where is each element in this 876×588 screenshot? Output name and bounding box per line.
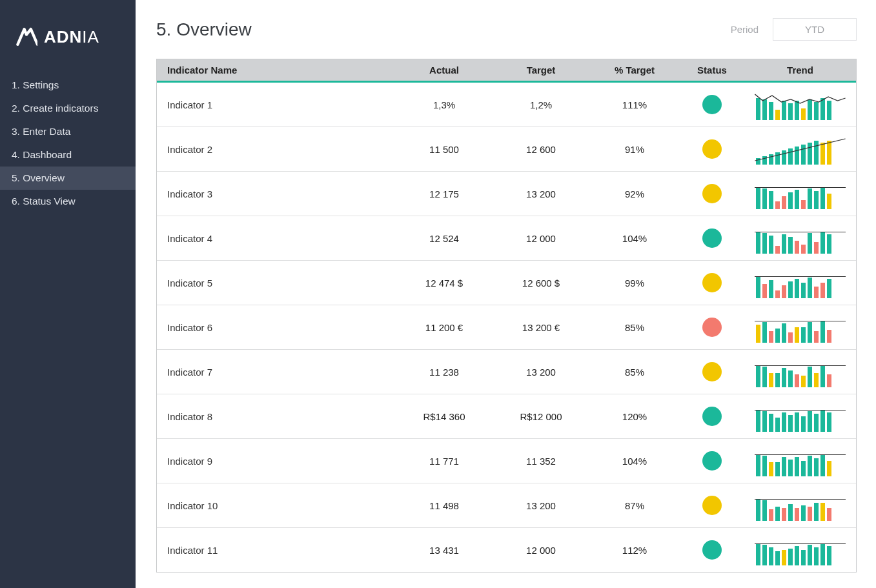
status-dot — [702, 184, 722, 203]
spark-bar — [795, 190, 799, 209]
period-select[interactable]: YTD — [773, 18, 857, 41]
spark-bar — [820, 283, 825, 298]
spark-bar — [820, 543, 825, 565]
spark-bar — [775, 290, 780, 298]
status-dot — [702, 273, 722, 292]
spark-trendline — [755, 187, 846, 188]
spark-bar — [814, 547, 819, 565]
brand-name: ADNIA — [44, 27, 99, 47]
status-dot — [702, 407, 722, 426]
spark-bar — [769, 191, 773, 209]
spark-bar — [801, 245, 806, 254]
spark-bar — [801, 416, 806, 432]
col-header-target: Target — [493, 59, 589, 81]
spark-bar — [756, 454, 760, 476]
cell-target: 12 600 $ — [493, 271, 589, 295]
spark-bar — [775, 551, 780, 565]
spark-bar — [762, 233, 767, 254]
spark-bar — [795, 412, 799, 432]
col-header-pct: % Target — [589, 59, 680, 81]
cell-target: 11 352 — [493, 449, 589, 473]
spark-trendline — [755, 276, 846, 277]
cell-name: Indicator 11 — [157, 538, 396, 562]
table-row: Indicator 8R$14 360R$12 000120% — [157, 394, 856, 438]
sidebar-item-1[interactable]: 2. Create indicators — [0, 97, 136, 120]
brand-light: IA — [82, 27, 99, 46]
spark-bar — [762, 411, 767, 432]
spark-bar — [827, 234, 831, 254]
spark-bar — [756, 325, 760, 343]
sparkline — [753, 89, 847, 120]
spark-bar — [814, 331, 819, 343]
cell-status — [680, 489, 744, 522]
spark-bar — [801, 200, 806, 209]
spark-bar — [762, 188, 767, 209]
cell-pct: 104% — [589, 449, 680, 473]
spark-bar — [756, 276, 760, 298]
page-title: 5. Overview — [156, 19, 252, 40]
cell-pct: 120% — [589, 405, 680, 429]
cell-trend — [744, 261, 856, 305]
cell-trend — [744, 83, 856, 127]
nav-list: 1. Settings2. Create indicators3. Enter … — [0, 74, 136, 213]
spark-trendline — [755, 454, 846, 455]
cell-trend — [744, 305, 856, 349]
spark-bar — [788, 370, 793, 387]
spark-bar — [820, 454, 825, 476]
spark-trendline — [755, 499, 846, 500]
spark-bar — [782, 196, 786, 209]
spark-bar — [788, 460, 793, 476]
cell-name: Indicator 7 — [157, 360, 396, 384]
status-dot — [702, 228, 722, 248]
spark-bar — [795, 327, 799, 343]
cell-actual: 11 498 — [396, 494, 493, 518]
spark-bar — [769, 509, 773, 521]
spark-bar — [756, 410, 760, 432]
status-dot — [702, 496, 722, 515]
cell-actual: 1,3% — [396, 93, 493, 117]
cell-target: R$12 000 — [493, 405, 589, 429]
sidebar: ADNIA 1. Settings2. Create indicators3. … — [0, 0, 136, 588]
sidebar-item-4[interactable]: 5. Overview — [0, 167, 136, 190]
spark-bar — [775, 246, 780, 254]
sparkline — [753, 356, 847, 387]
cell-pct: 85% — [589, 316, 680, 340]
spark-bar — [782, 323, 786, 343]
cell-pct: 104% — [589, 227, 680, 250]
sidebar-item-2[interactable]: 3. Enter Data — [0, 120, 136, 143]
spark-bar — [827, 330, 831, 343]
sparkline — [753, 178, 847, 209]
spark-bar — [795, 374, 799, 387]
cell-pct: 99% — [589, 271, 680, 295]
spark-bar — [801, 283, 806, 298]
spark-bar — [795, 241, 799, 254]
cell-actual: 13 431 — [396, 538, 493, 562]
spark-bar — [756, 499, 760, 521]
spark-bar — [762, 456, 767, 476]
spark-bar — [795, 279, 799, 298]
spark-bar — [820, 232, 825, 254]
sidebar-item-5[interactable]: 6. Status View — [0, 190, 136, 213]
spark-bar — [788, 549, 793, 565]
spark-bar — [775, 201, 780, 209]
spark-bar — [769, 236, 773, 254]
spark-bar — [814, 242, 819, 254]
spark-bar — [827, 412, 831, 432]
cell-trend — [744, 127, 856, 171]
cell-name: Indicator 4 — [157, 227, 396, 250]
cell-actual: 12 175 — [396, 182, 493, 206]
top-row: 5. Overview Period YTD — [156, 18, 857, 41]
cell-target: 13 200 — [493, 182, 589, 206]
spark-bar — [827, 508, 831, 521]
sidebar-item-0[interactable]: 1. Settings — [0, 74, 136, 97]
spark-bar — [814, 191, 819, 209]
cell-name: Indicator 1 — [157, 93, 396, 117]
table-row: Indicator 312 17513 20092% — [157, 171, 856, 216]
spark-bar — [801, 376, 806, 387]
cell-actual: 11 500 — [396, 137, 493, 161]
spark-bar — [795, 457, 799, 476]
sidebar-item-3[interactable]: 4. Dashboard — [0, 143, 136, 167]
main-panel: 5. Overview Period YTD Indicator Name Ac… — [136, 0, 876, 588]
status-dot — [702, 318, 722, 337]
spark-bar — [827, 279, 831, 298]
